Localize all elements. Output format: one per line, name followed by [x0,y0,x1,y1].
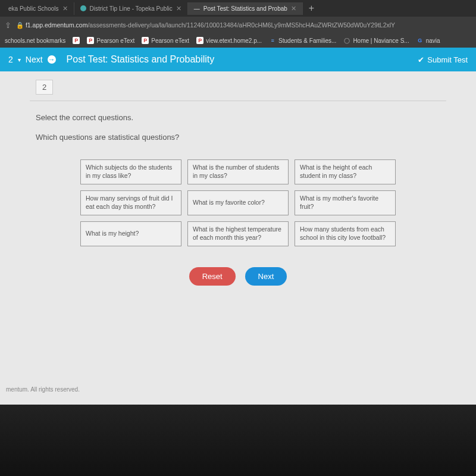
tab-label: District Tip Line - Topeka Public [90,5,173,12]
browser-chrome: eka Public Schools ✕ District Tip Line -… [0,0,476,48]
browser-tab-1[interactable]: District Tip Line - Topeka Public ✕ [74,2,188,15]
bookmark-item[interactable]: P [73,37,80,44]
question-nav: 2 ▾ Next → [8,55,56,64]
question-number: 2 [36,80,53,95]
arrow-right-icon[interactable]: → [48,55,56,64]
google-icon: G [416,37,424,44]
button-row: Reset Next [36,267,440,286]
option-text: What is my favorite color? [193,199,265,207]
option-text: What is the number of students in my cla… [193,164,283,180]
bookmark-item[interactable]: G navia [416,37,440,44]
close-icon[interactable]: ✕ [176,5,181,12]
bookmark-label: navia [426,37,440,44]
bookmark-label: Pearson eText [96,37,134,44]
tab-bar: eka Public Schools ✕ District Tip Line -… [0,0,476,17]
url-input[interactable]: 🔒 f1.app.edmentum.com/assessments-delive… [16,21,471,29]
submit-label: Submit Test [427,55,468,64]
option-text: Which subjects do the students in my cla… [86,164,176,180]
address-bar: ⇧ 🔒 f1.app.edmentum.com/assessments-deli… [0,17,476,33]
p-icon: P [87,37,94,44]
bookmark-item[interactable]: ≡ Students & Families... [269,37,336,44]
lock-icon: 🔒 [16,21,24,29]
option-0[interactable]: Which subjects do the students in my cla… [80,159,181,184]
bookmark-label: Students & Families... [278,37,336,44]
tab-label: Post Test: Statistics and Probab [203,5,287,12]
url-path: /assessments-delivery/ua/la/launch/11246… [87,21,395,29]
option-1[interactable]: What is the number of students in my cla… [187,159,289,184]
bookmark-label: view.etext.home2.p... [206,37,262,44]
question-body: Select the correct questions. Which ques… [0,101,476,298]
option-8[interactable]: How many students from each school in th… [295,221,396,246]
option-5[interactable]: What is my mother's favorite fruit? [295,190,396,215]
p-icon: P [142,37,149,44]
options-grid: Which subjects do the students in my cla… [36,159,440,246]
option-text: What is the highest temperature of each … [193,226,283,242]
option-text: What is my height? [86,230,139,238]
option-2[interactable]: What is the height of each student in my… [295,159,396,184]
option-text: What is the height of each student in my… [300,164,390,180]
url-domain: f1.app.edmentum.com [26,21,87,29]
chevron-down-icon[interactable]: ▾ [18,57,21,63]
option-7[interactable]: What is the highest temperature of each … [187,221,289,246]
next-label[interactable]: Next [26,55,43,64]
bookmarks-bar: schools.net bookmarks P P Pearson eText … [0,33,476,48]
next-button[interactable]: Next [245,267,287,286]
tab-label: eka Public Schools [8,5,59,12]
option-text: What is my mother's favorite fruit? [300,195,390,211]
reset-button[interactable]: Reset [189,267,236,286]
new-tab-button[interactable]: + [303,3,320,14]
option-text: How many students from each school in th… [300,226,390,242]
submit-test-button[interactable]: ✔ Submit Test [418,55,468,64]
instruction-text: Select the correct questions. [36,113,440,122]
bookmark-label: Pearson eText [151,37,189,44]
circle-icon: ◯ [343,37,350,44]
bookmark-item[interactable]: P Pearson eText [87,37,134,44]
option-text: How many servings of fruit did I eat eac… [86,195,176,211]
content-area: 2 Select the correct questions. Which qu… [0,71,476,405]
bookmark-item[interactable]: ◯ Home | Naviance S... [343,37,409,44]
bookmark-label: schools.net bookmarks [5,37,65,44]
footer-text: mentum. All rights reserved. [6,386,80,393]
list-icon: ≡ [269,37,276,44]
app-header: 2 ▾ Next → Post Test: Statistics and Pro… [0,48,476,71]
option-3[interactable]: How many servings of fruit did I eat eac… [80,190,181,215]
bookmark-item[interactable]: P Pearson eText [142,37,189,44]
p-icon: P [196,37,203,44]
close-icon[interactable]: ✕ [62,5,68,12]
option-4[interactable]: What is my favorite color? [187,190,289,215]
option-6[interactable]: What is my height? [80,221,181,246]
browser-tab-2[interactable]: — Post Test: Statistics and Probab ✕ [188,2,303,15]
dash-icon: — [194,5,200,12]
check-icon: ✔ [418,55,424,64]
browser-tab-0[interactable]: eka Public Schools ✕ [2,2,74,15]
page-title: Post Test: Statistics and Probability [67,54,418,65]
bookmark-item[interactable]: P view.etext.home2.p... [196,37,262,44]
bookmark-item[interactable]: schools.net bookmarks [5,37,65,44]
p-icon: P [73,37,80,44]
prompt-text: Which questions are statistical question… [36,133,440,142]
bookmark-label: Home | Naviance S... [353,37,409,44]
question-number-wrap: 2 [0,71,476,98]
home-icon[interactable]: ⇧ [5,21,11,30]
laptop-bezel [0,405,476,476]
close-icon[interactable]: ✕ [291,5,296,12]
globe-icon [80,5,86,11]
question-counter: 2 [8,55,13,64]
